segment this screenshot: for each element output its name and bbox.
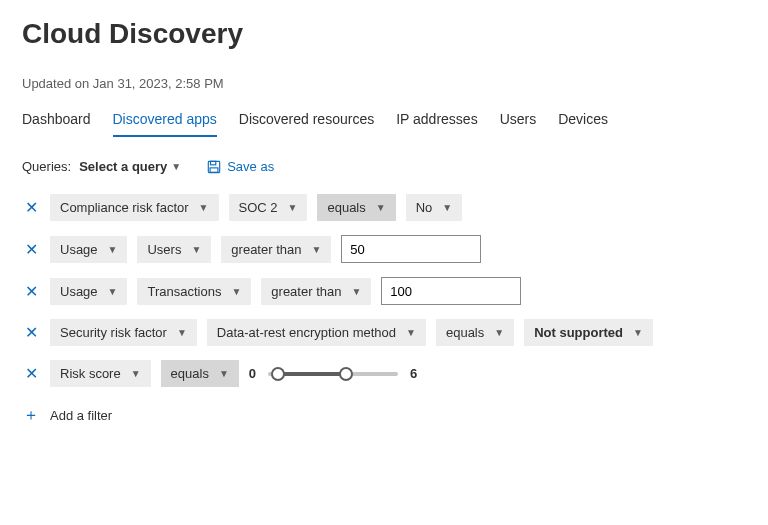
chevron-down-icon: ▼ [494,327,504,338]
add-filter-button[interactable]: ＋ Add a filter [22,405,112,426]
slider-thumb-max[interactable] [339,367,353,381]
chevron-down-icon: ▼ [633,327,643,338]
tab-dashboard[interactable]: Dashboard [22,105,91,137]
filter-operator-select[interactable]: greater than▼ [261,278,371,305]
filter-field-select[interactable]: Security risk factor▼ [50,319,197,346]
chevron-down-icon: ▼ [171,161,181,172]
filter-row: ✕Compliance risk factor▼SOC 2▼equals▼No▼ [22,194,746,221]
filter-subfield-select[interactable]: SOC 2▼ [229,194,308,221]
save-as-label: Save as [227,159,274,174]
filter-list: ✕Compliance risk factor▼SOC 2▼equals▼No▼… [22,194,746,387]
chevron-down-icon: ▼ [108,286,118,297]
remove-filter-button[interactable]: ✕ [22,282,40,301]
query-select[interactable]: Select a query ▼ [79,159,181,174]
tab-users[interactable]: Users [500,105,537,137]
svg-rect-2 [210,167,218,171]
risk-score-slider[interactable]: 06 [249,366,417,381]
query-select-label: Select a query [79,159,167,174]
filter-operator-select[interactable]: equals▼ [161,360,239,387]
tab-ip-addresses[interactable]: IP addresses [396,105,477,137]
chevron-down-icon: ▼ [406,327,416,338]
slider-track[interactable] [268,372,398,376]
tab-bar: DashboardDiscovered appsDiscovered resou… [22,105,746,137]
filter-value-input[interactable] [381,277,521,305]
chevron-down-icon: ▼ [199,202,209,213]
filter-subfield-select[interactable]: Transactions▼ [137,278,251,305]
queries-label: Queries: [22,159,71,174]
chevron-down-icon: ▼ [131,368,141,379]
chevron-down-icon: ▼ [108,244,118,255]
chevron-down-icon: ▼ [219,368,229,379]
filter-field-select[interactable]: Compliance risk factor▼ [50,194,219,221]
save-as-button[interactable]: Save as [207,159,274,174]
chevron-down-icon: ▼ [311,244,321,255]
filter-field-select[interactable]: Usage▼ [50,278,127,305]
tab-discovered-apps[interactable]: Discovered apps [113,105,217,137]
chevron-down-icon: ▼ [191,244,201,255]
tab-discovered-resources[interactable]: Discovered resources [239,105,374,137]
chevron-down-icon: ▼ [351,286,361,297]
chevron-down-icon: ▼ [288,202,298,213]
remove-filter-button[interactable]: ✕ [22,323,40,342]
filter-row: ✕Risk score▼equals▼06 [22,360,746,387]
filter-row: ✕Usage▼Transactions▼greater than▼ [22,277,746,305]
plus-icon: ＋ [22,405,40,426]
filter-row: ✕Usage▼Users▼greater than▼ [22,235,746,263]
page-title: Cloud Discovery [22,18,746,50]
filter-operator-select[interactable]: greater than▼ [221,236,331,263]
remove-filter-button[interactable]: ✕ [22,198,40,217]
updated-timestamp: Updated on Jan 31, 2023, 2:58 PM [22,76,746,91]
filter-value-select[interactable]: No▼ [406,194,463,221]
chevron-down-icon: ▼ [231,286,241,297]
slider-thumb-min[interactable] [271,367,285,381]
filter-field-select[interactable]: Usage▼ [50,236,127,263]
filter-value-select[interactable]: Not supported▼ [524,319,653,346]
chevron-down-icon: ▼ [376,202,386,213]
chevron-down-icon: ▼ [177,327,187,338]
filter-row: ✕Security risk factor▼Data-at-rest encry… [22,319,746,346]
filter-subfield-select[interactable]: Users▼ [137,236,211,263]
tab-devices[interactable]: Devices [558,105,608,137]
add-filter-label: Add a filter [50,408,112,423]
filter-operator-select[interactable]: equals▼ [317,194,395,221]
filter-field-select[interactable]: Risk score▼ [50,360,151,387]
filter-value-input[interactable] [341,235,481,263]
remove-filter-button[interactable]: ✕ [22,240,40,259]
chevron-down-icon: ▼ [442,202,452,213]
queries-row: Queries: Select a query ▼ Save as [22,159,746,174]
save-icon [207,160,221,174]
filter-operator-select[interactable]: equals▼ [436,319,514,346]
filter-subfield-select[interactable]: Data-at-rest encryption method▼ [207,319,426,346]
svg-rect-1 [211,161,216,165]
slider-max-label: 6 [410,366,417,381]
slider-min-label: 0 [249,366,256,381]
remove-filter-button[interactable]: ✕ [22,364,40,383]
